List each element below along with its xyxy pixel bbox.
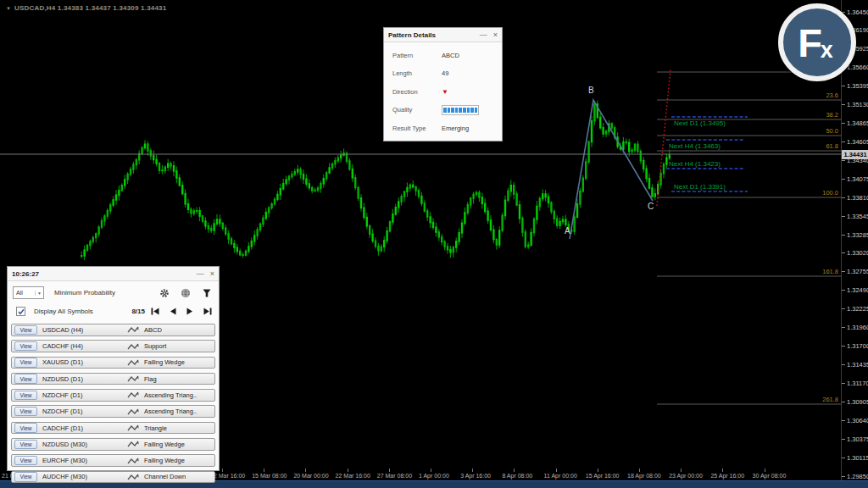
pattern-name-label: Flag — [144, 375, 212, 383]
candle-body — [153, 155, 154, 160]
candle-body — [386, 230, 387, 241]
scanner-result-row[interactable]: ViewNZDUSD (D1)Flag — [11, 373, 215, 385]
scanner-result-row[interactable]: ViewEURCHF (M30)Falling Wedge — [11, 454, 215, 467]
time-axis-label: 1 Apr 00:00 — [419, 473, 449, 479]
time-tick — [305, 469, 306, 472]
candle-body — [208, 225, 209, 230]
display-all-label: Display All Symbols — [34, 308, 131, 315]
time-tick — [598, 469, 598, 472]
time-tick — [389, 469, 390, 472]
pattern-details-window[interactable]: Pattern Details — × Pattern ABCD Length … — [383, 27, 503, 141]
last-page-button[interactable] — [203, 308, 212, 315]
candle-body — [470, 197, 471, 206]
scanner-result-row[interactable]: ViewNZDCHF (D1)Ascending Triang.. — [11, 389, 215, 402]
candle-body — [291, 174, 292, 177]
candle-body — [375, 241, 376, 247]
view-button[interactable]: View — [14, 358, 37, 368]
candle-body — [233, 243, 235, 248]
candle-body — [366, 217, 368, 227]
candle-body — [659, 173, 661, 186]
price-axis-label: 1.34865 — [847, 119, 868, 127]
candle-body — [640, 151, 642, 162]
view-button[interactable]: View — [14, 341, 37, 352]
candle-body — [663, 164, 665, 174]
pattern-scanner-panel[interactable]: 10:26:27 — × All ▼ Minimum Probability — [7, 266, 220, 471]
candle-body — [490, 219, 492, 230]
probability-dropdown-value: All — [16, 290, 23, 296]
candle-body — [276, 194, 278, 200]
scanner-titlebar[interactable]: 10:26:27 — × — [8, 267, 219, 281]
view-button[interactable]: View — [14, 325, 37, 336]
candle-body — [582, 178, 584, 192]
scanner-result-row[interactable]: ViewCADCHF (D1)Triangle — [11, 422, 215, 435]
globe-icon[interactable] — [181, 288, 191, 298]
candle-body — [282, 183, 284, 190]
candle-body — [115, 195, 117, 201]
time-tick — [765, 469, 765, 472]
filter-funnel-icon[interactable] — [202, 288, 212, 298]
next-page-button[interactable] — [186, 308, 193, 315]
candle-body — [196, 210, 198, 212]
scanner-result-row[interactable]: ViewAUDCHF (M30)Channel Down — [11, 471, 215, 484]
candle-body — [395, 207, 397, 215]
gear-icon[interactable] — [159, 288, 170, 298]
minimize-icon[interactable]: — — [197, 268, 204, 280]
candle-body — [530, 232, 531, 246]
fibonacci-level-label: 100.0 — [822, 189, 838, 197]
candle-body — [167, 163, 169, 168]
symbol-timeframe-label: NZDCHF (D1) — [42, 391, 125, 399]
probability-dropdown[interactable]: All ▼ — [13, 286, 44, 299]
price-tick — [842, 439, 845, 440]
view-button[interactable]: View — [14, 391, 37, 401]
view-button[interactable]: View — [14, 423, 37, 433]
candle-body — [576, 203, 578, 218]
candle-body — [515, 193, 517, 206]
candle-body — [478, 192, 480, 198]
candle-body — [536, 206, 537, 220]
scanner-result-row[interactable]: ViewNZDUSD (M30)Falling Wedge — [11, 438, 215, 451]
candle-body — [337, 158, 339, 162]
candle-body — [669, 154, 670, 158]
pattern-name-label: Ascending Triang.. — [144, 408, 212, 415]
scanner-result-row[interactable]: ViewNZDCHF (D1)Ascending Triang.. — [11, 405, 215, 418]
candle-body — [202, 215, 203, 221]
candle-body — [204, 220, 206, 226]
time-tick — [514, 469, 515, 472]
view-button[interactable]: View — [14, 472, 37, 482]
price-axis[interactable]: 1.34431 1.364501.361901.359251.356601.35… — [841, 0, 868, 488]
view-button[interactable]: View — [14, 440, 37, 450]
display-all-checkbox[interactable] — [16, 307, 25, 316]
previous-page-button[interactable] — [170, 308, 176, 315]
pattern-shape-icon — [125, 342, 141, 351]
close-icon[interactable]: × — [210, 268, 214, 280]
candle-body — [297, 169, 298, 172]
view-button[interactable]: View — [14, 407, 37, 417]
candle-body — [464, 212, 465, 224]
candle-body — [136, 159, 137, 165]
candle-body — [328, 167, 330, 174]
first-page-button[interactable] — [151, 308, 159, 315]
candle-body — [498, 230, 500, 246]
next-target-label: Next D1 (1.3495) — [674, 119, 726, 127]
candle-body — [645, 169, 647, 180]
candle-body — [665, 158, 667, 165]
pattern-name-label: Channel Down — [144, 473, 212, 480]
scanner-result-row[interactable]: ViewXAUUSD (D1)Falling Wedge — [11, 357, 215, 369]
candle-body — [554, 211, 555, 219]
view-button[interactable]: View — [14, 374, 37, 384]
scanner-result-row[interactable]: ViewUSDCAD (H4)ABCD — [11, 324, 215, 336]
symbol-timeframe-label: NZDCHF (D1) — [42, 408, 125, 415]
candle-body — [550, 202, 552, 213]
current-price-box: 1.34431 — [842, 150, 868, 159]
time-tick — [556, 469, 557, 472]
close-icon[interactable]: × — [493, 29, 498, 41]
pattern-shape-icon — [125, 358, 141, 367]
scanner-result-row[interactable]: ViewCADCHF (H4)Support — [11, 340, 215, 352]
candle-body — [487, 211, 488, 221]
minimize-icon[interactable]: — — [480, 29, 487, 41]
price-axis-label: 1.34605 — [847, 138, 868, 146]
view-button[interactable]: View — [14, 456, 37, 466]
pattern-name-label: Ascending Triang.. — [144, 391, 212, 399]
pattern-details-titlebar[interactable]: Pattern Details — × — [384, 28, 502, 42]
candle-body — [216, 219, 218, 225]
